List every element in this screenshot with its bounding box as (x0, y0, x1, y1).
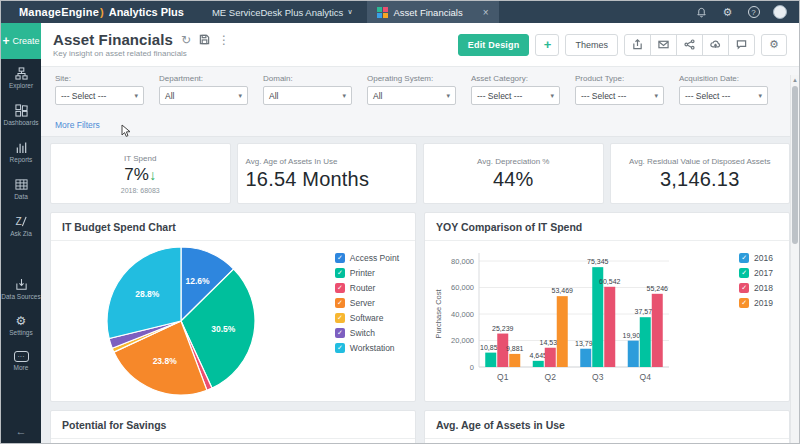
gear-icon[interactable]: ⚙ (721, 6, 734, 19)
legend-item-switch[interactable]: ✓Switch (335, 328, 399, 338)
legend-item-2018[interactable]: ✓2018 (739, 283, 773, 293)
legend-item-2017[interactable]: ✓2017 (739, 268, 773, 278)
export-button[interactable] (624, 34, 651, 56)
create-button[interactable]: + Create (1, 23, 41, 59)
svg-text:23.8%: 23.8% (153, 356, 178, 366)
tab-close-icon[interactable]: × (483, 7, 489, 18)
tab-label: Asset Financials (394, 7, 463, 18)
refresh-icon[interactable]: ↻ (181, 33, 191, 47)
legend-item-software[interactable]: ✓Software (335, 313, 399, 323)
tab-asset-financials[interactable]: Asset Financials × (367, 1, 499, 23)
avg-age-assets-card: Avg. Age of Assets in Use (424, 410, 790, 444)
brand-logo[interactable]: ManageEngine)Analytics Plus (1, 1, 198, 23)
sidebar-item-ask-zia[interactable]: Z Ask Zia (1, 207, 41, 244)
kebab-menu-icon[interactable]: ⋮ (218, 33, 230, 47)
kpi-it-spend[interactable]: IT Spend 7%↓ 2018: 68083 (50, 143, 231, 204)
filter-domain: Domain: All▾ (263, 74, 352, 105)
header-actions: Edit Design + Themes (458, 34, 787, 56)
legend-item-access-point[interactable]: ✓Access Point (335, 253, 399, 263)
bar-2018-Q2[interactable] (545, 348, 556, 367)
help-icon[interactable]: ? (747, 6, 760, 19)
asset-category-select[interactable]: --- Select ---▾ (471, 86, 560, 105)
operating-system-select[interactable]: All▾ (367, 86, 456, 105)
bar-2017-Q1[interactable] (485, 353, 496, 367)
site-select[interactable]: --- Select ---▾ (55, 86, 144, 105)
bar-2017-Q4[interactable] (640, 317, 651, 367)
potential-savings-title: Potential for Savings (51, 411, 415, 439)
more-ellipsis-icon: ··· (14, 351, 29, 362)
bar-2018-Q3[interactable] (604, 287, 615, 367)
svg-text:Purchase Cost: Purchase Cost (434, 288, 443, 338)
user-avatar[interactable] (773, 5, 787, 19)
chevron-down-icon: ▾ (446, 92, 450, 100)
legend-item-server[interactable]: ✓Server (335, 298, 399, 308)
page-title: Asset Financials (53, 31, 173, 48)
sidebar-item-data-sources[interactable]: Data Sources (1, 270, 41, 307)
svg-text:Z: Z (15, 216, 21, 227)
legend-checkbox-icon: ✓ (335, 313, 345, 323)
settings-button[interactable]: ⚙ (761, 34, 787, 56)
scroll-up-icon[interactable]: ▲ (791, 75, 799, 85)
product-type-select[interactable]: --- Select ---▾ (575, 86, 664, 105)
it-budget-pie-chart[interactable]: 12.6%30.5%23.8%28.8% (103, 243, 259, 399)
sidebar-item-settings[interactable]: ⚙ Settings (1, 307, 41, 343)
reports-bars-icon (15, 141, 28, 154)
kpi-avg-depreciation[interactable]: Avg. Depreciation % 44% (423, 143, 604, 204)
sidebar-item-data[interactable]: Data (1, 170, 41, 207)
svg-text:Q1: Q1 (497, 372, 509, 382)
more-filters-link[interactable]: More Filters (55, 120, 100, 130)
collapse-sidebar-icon[interactable]: ← (1, 419, 41, 444)
topbar: ManageEngine)Analytics Plus ME ServiceDe… (1, 1, 799, 23)
legend-checkbox-icon: ✓ (335, 328, 345, 338)
save-icon[interactable] (199, 34, 210, 45)
filter-panel: Site: --- Select ---▾ Department: All▾ D… (41, 67, 799, 137)
legend-checkbox-icon: ✓ (739, 298, 749, 308)
chevron-down-icon: ▾ (342, 92, 346, 100)
data-sources-icon (15, 278, 28, 291)
gear-icon: ⚙ (16, 315, 27, 327)
domain-select[interactable]: All▾ (263, 86, 352, 105)
kpi-avg-residual-value[interactable]: Avg. Residual Value of Disposed Assets 3… (610, 143, 791, 204)
sidebar: + Create Explorer Dashboards Reports Dat… (1, 23, 41, 444)
email-button[interactable] (650, 34, 677, 56)
bar-2016-Q3[interactable] (580, 349, 591, 367)
svg-text:Q3: Q3 (592, 372, 604, 382)
scrollbar-thumb[interactable] (792, 86, 798, 244)
share-button[interactable] (676, 34, 703, 56)
vertical-scrollbar[interactable]: ▲ (790, 75, 799, 444)
bar-2018-Q4[interactable] (652, 294, 663, 367)
bar-2017-Q2[interactable] (533, 361, 544, 367)
department-select[interactable]: All▾ (159, 86, 248, 105)
bar-2016-Q4[interactable] (628, 341, 639, 367)
workspace-switcher[interactable]: ME ServiceDesk Plus Analytics ∨ (198, 1, 367, 23)
svg-text:60,000: 60,000 (451, 283, 474, 292)
legend-checkbox-icon: ✓ (335, 298, 345, 308)
add-report-button[interactable]: + (535, 34, 559, 56)
legend-item-2019[interactable]: ✓2019 (739, 298, 773, 308)
edit-design-button[interactable]: Edit Design (458, 34, 530, 56)
legend-checkbox-icon: ✓ (739, 283, 749, 293)
svg-text:20,000: 20,000 (451, 336, 474, 345)
chevron-down-icon: ▾ (134, 92, 138, 100)
svg-text:53,469: 53,469 (552, 287, 574, 294)
sidebar-item-dashboards[interactable]: Dashboards (1, 96, 41, 133)
legend-item-printer[interactable]: ✓Printer (335, 268, 399, 278)
filter-department: Department: All▾ (159, 74, 248, 105)
dashboard-tab-icon (377, 7, 388, 18)
sidebar-item-reports[interactable]: Reports (1, 133, 41, 170)
legend-item-router[interactable]: ✓Router (335, 283, 399, 293)
bar-2019-Q2[interactable] (557, 296, 568, 367)
sidebar-item-explorer[interactable]: Explorer (1, 59, 41, 96)
comment-button[interactable] (728, 34, 755, 56)
acquisition-date-select[interactable]: --- Select ---▾ (679, 86, 768, 105)
themes-button[interactable]: Themes (565, 34, 618, 56)
kpi-avg-age-assets[interactable]: Avg. Age of Assets In Use 16.54 Months (237, 143, 418, 204)
legend-item-workstation[interactable]: ✓Workstation (335, 343, 399, 353)
legend-item-2016[interactable]: ✓2016 (739, 253, 773, 263)
bell-icon[interactable] (695, 6, 708, 19)
bar-2019-Q1[interactable] (509, 354, 520, 367)
yoy-bar-chart[interactable]: 020,00040,00060,00080,000Purchase CostQ1… (431, 243, 731, 399)
data-table-icon (15, 178, 28, 191)
cloud-upload-button[interactable] (702, 34, 729, 56)
sidebar-item-more[interactable]: ··· More (1, 343, 41, 378)
